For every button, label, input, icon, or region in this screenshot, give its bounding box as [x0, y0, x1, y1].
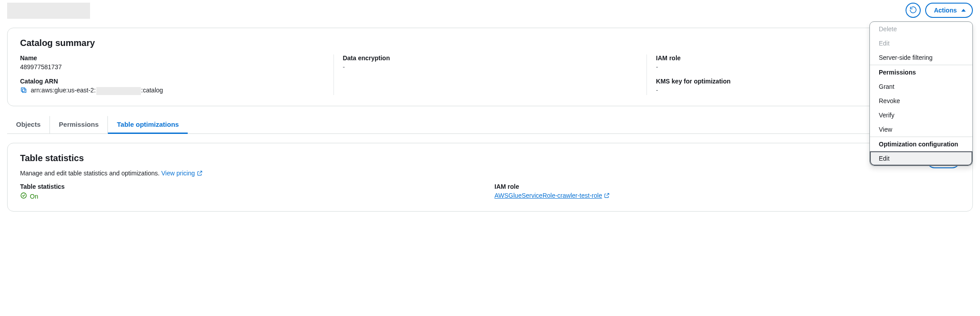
menu-item-verify[interactable]: Verify [870, 108, 972, 122]
stats-iam-role-label: IAM role [494, 183, 960, 190]
actions-dropdown: Delete Edit Server-side filtering Permis… [869, 21, 973, 166]
external-link-icon [602, 192, 610, 199]
catalog-arn-value: arn:aws:glue:us-east-2::catalog [31, 87, 163, 95]
catalog-summary-panel: Catalog summary Name 489977581737 Catalo… [7, 28, 973, 106]
menu-item-server-side-filtering[interactable]: Server-side filtering [870, 50, 972, 65]
name-label: Name [20, 54, 325, 62]
menu-section-optimization-config: Optimization configuration [870, 137, 972, 151]
redacted-account [96, 87, 141, 95]
redacted-title [7, 3, 90, 19]
tab-table-optimizations[interactable]: Table optimizations [108, 116, 188, 134]
data-encryption-value: - [343, 63, 638, 71]
stats-iam-role-link[interactable]: AWSGlueServiceRole-crawler-test-role [494, 192, 610, 199]
catalog-summary-title: Catalog summary [20, 38, 960, 48]
tab-objects[interactable]: Objects [7, 116, 50, 133]
external-link-icon [195, 170, 203, 177]
table-stats-field-label: Table statistics [20, 183, 486, 190]
name-value: 489977581737 [20, 63, 325, 71]
table-statistics-panel: Table statistics Manage and edit table s… [7, 143, 973, 212]
actions-button[interactable]: Actions [925, 3, 973, 18]
menu-item-delete: Delete [870, 22, 972, 36]
svg-rect-0 [22, 89, 26, 92]
header-action-group: Actions Delete Edit Server-side filterin… [906, 3, 973, 18]
table-stats-status-text: On [30, 193, 38, 200]
menu-item-edit: Edit [870, 36, 972, 50]
refresh-icon [909, 6, 917, 15]
caret-up-icon [961, 9, 966, 12]
data-encryption-label: Data encryption [343, 54, 638, 62]
refresh-button[interactable] [906, 3, 921, 18]
svg-point-2 [21, 193, 26, 198]
menu-section-permissions: Permissions [870, 65, 972, 79]
check-circle-icon [20, 192, 27, 200]
table-stats-status: On [20, 192, 486, 200]
catalog-arn-row: arn:aws:glue:us-east-2::catalog [20, 87, 325, 95]
menu-item-view[interactable]: View [870, 122, 972, 137]
table-statistics-title: Table statistics [20, 153, 203, 163]
menu-item-revoke[interactable]: Revoke [870, 94, 972, 108]
copy-icon[interactable] [20, 87, 27, 95]
catalog-arn-label: Catalog ARN [20, 78, 325, 85]
table-statistics-subtext: Manage and edit table statistics and opt… [20, 170, 203, 177]
tab-bar: Objects Permissions Table optimizations [7, 116, 973, 134]
svg-rect-1 [21, 88, 25, 91]
menu-item-opt-edit[interactable]: Edit [870, 151, 972, 166]
view-pricing-link[interactable]: View pricing [161, 170, 203, 177]
page-header: Actions Delete Edit Server-side filterin… [7, 0, 973, 19]
actions-button-label: Actions [934, 7, 957, 14]
menu-item-grant[interactable]: Grant [870, 79, 972, 94]
tab-permissions[interactable]: Permissions [50, 116, 108, 133]
